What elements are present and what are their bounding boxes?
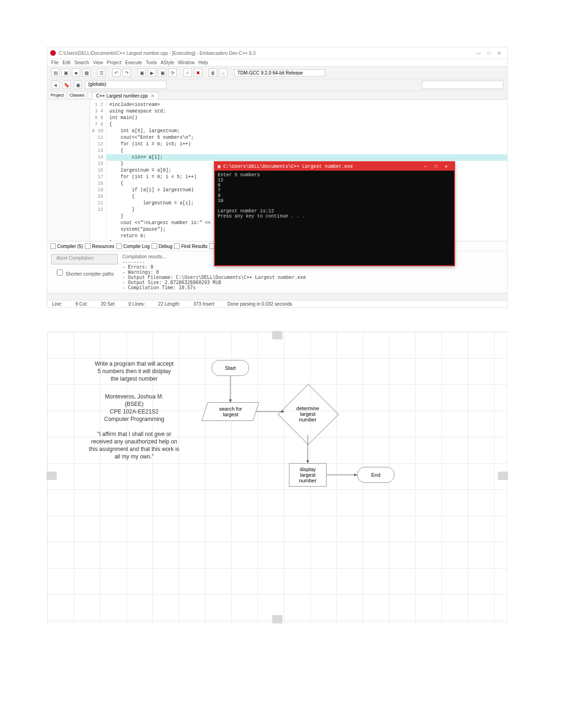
flowchart-canvas[interactable]: Write a program that will accept5 number… <box>47 331 508 623</box>
tb-print-icon[interactable]: ☰ <box>97 68 106 77</box>
tb-compile-icon[interactable]: ▣ <box>137 68 146 77</box>
console-window: ▣ C:\Users\DELL\Documents\C++ Largest nu… <box>214 161 455 266</box>
toolbar-secondary: ◄ 🔖 ▣ (globals) <box>47 79 507 91</box>
menu-project[interactable]: Project <box>107 60 122 65</box>
tb-trash-icon[interactable]: 🗑 <box>209 68 217 77</box>
btab-compiler[interactable]: Compiler (5) <box>50 243 83 249</box>
problem-description: Write a program that will accept5 number… <box>80 360 188 383</box>
tb-redo-icon[interactable]: ↷ <box>122 68 131 77</box>
menu-tools[interactable]: Tools <box>146 60 157 65</box>
console-app-icon: ▣ <box>218 164 221 169</box>
menu-astyle[interactable]: AStyle <box>160 60 174 65</box>
editor-tab-active[interactable]: C++ Largest number.cpp ✕ <box>92 92 159 99</box>
menu-view[interactable]: View <box>93 60 103 65</box>
minimize-icon[interactable]: — <box>473 51 484 56</box>
tb-save-icon[interactable]: ■ <box>72 68 80 77</box>
project-sidebar: Project Classes ◂ ▸ <box>47 91 90 241</box>
console-title: C:\Users\DELL\Documents\C++ Largest numb… <box>223 164 353 169</box>
tb-open-icon[interactable]: ▣ <box>61 68 70 77</box>
window-title: C:\Users\DELL\Documents\C++ Largest numb… <box>59 51 256 56</box>
ide-titlebar: C:\Users\DELL\Documents\C++ Largest numb… <box>47 47 507 59</box>
horizontal-scrollbar[interactable] <box>47 293 507 300</box>
menu-search[interactable]: Search <box>74 60 89 65</box>
close-icon[interactable]: ✕ <box>494 51 504 56</box>
node-decision[interactable]: determine largest number <box>287 393 329 435</box>
canvas-handle-left-icon[interactable] <box>46 472 57 480</box>
resources-icon <box>85 243 91 249</box>
abort-compilation-button[interactable]: Abort Compilation <box>51 254 118 264</box>
node-end[interactable]: End <box>357 467 395 483</box>
tb-saveall-icon[interactable]: ▦ <box>82 68 91 77</box>
canvas-handle-top-icon[interactable] <box>272 331 282 339</box>
tb-goto-icon[interactable]: ▣ <box>74 81 82 89</box>
status-bar: Line: 9 Col: 20 Sel: 0 Lines: 22 Length:… <box>47 300 507 308</box>
tb-back-icon[interactable]: ◄ <box>51 81 60 89</box>
compilelog-icon <box>116 243 122 249</box>
tb-debug-icon[interactable]: ✓ <box>183 68 192 77</box>
menu-file[interactable]: File <box>51 60 59 65</box>
node-display[interactable]: display largest number <box>289 463 327 487</box>
tb-rebuild-icon[interactable]: ⟳ <box>168 68 177 77</box>
affirmation-block: "I affirm that I shall not give orreceiv… <box>76 430 193 460</box>
tb-bookmark-icon[interactable]: 🔖 <box>62 81 71 89</box>
status-col: 9 Col: <box>76 301 88 307</box>
console-titlebar: ▣ C:\Users\DELL\Documents\C++ Largest nu… <box>215 162 454 171</box>
node-display-label: display largest number <box>299 466 316 483</box>
ide-window: C:\Users\DELL\Documents\C++ Largest numb… <box>47 47 508 308</box>
menu-execute[interactable]: Execute <box>125 60 142 65</box>
status-parse: Done parsing in 0.032 seconds <box>228 301 292 307</box>
find-icon <box>174 243 180 249</box>
tb-compile-run-icon[interactable]: ▣ <box>158 68 167 77</box>
status-length: 22 Length: <box>158 301 180 307</box>
toolbar: ▤ ▣ ■ ▦ ☰ ↶ ↷ ▣ ▶ ▣ ⟳ ✓ ✖ 🗑 ⌂ TDM-GCC 9.… <box>47 66 507 79</box>
node-input[interactable]: search for largest <box>202 402 259 421</box>
btab-resources[interactable]: Resources <box>85 243 114 249</box>
menubar: File Edit Search View Project Execute To… <box>47 59 507 66</box>
sidebar-tab-classes[interactable]: Classes <box>67 92 87 98</box>
node-decision-label: determine largest number <box>295 405 321 422</box>
tb-new-icon[interactable]: ▤ <box>51 68 60 77</box>
tb-home-icon[interactable]: ⌂ <box>219 68 228 77</box>
status-lines: 0 Lines: <box>129 301 145 307</box>
tab-close-icon[interactable]: ✕ <box>151 93 154 98</box>
member-select[interactable] <box>422 81 503 89</box>
app-icon <box>50 50 56 56</box>
btab-compilelog[interactable]: Compile Log <box>116 243 150 249</box>
status-insert: 373 Insert <box>193 301 214 307</box>
tb-stop-icon[interactable]: ✖ <box>194 68 202 77</box>
console-close-icon[interactable]: ✕ <box>441 164 451 169</box>
node-input-label: search for largest <box>219 406 242 417</box>
editor-tabs: C++ Largest number.cpp ✕ <box>90 91 507 100</box>
menu-edit[interactable]: Edit <box>62 60 70 65</box>
status-line: Line: <box>52 301 62 307</box>
sidebar-tab-project[interactable]: Project <box>48 92 66 98</box>
node-end-label: End <box>371 472 380 478</box>
compiler-select[interactable]: TDM-GCC 9.2.0 64-bit Release <box>234 69 325 76</box>
status-sel: 20 Sel: <box>101 301 115 307</box>
canvas-handle-right-icon[interactable] <box>498 472 508 480</box>
shorten-paths-checkbox[interactable]: Shorten compiler paths <box>51 267 118 278</box>
btab-find[interactable]: Find Results <box>174 243 207 249</box>
canvas-handle-bottom-icon[interactable] <box>272 615 282 623</box>
line-gutter: 1 2 3 4 5 6 7 8 9 10 11 12 13 14 15 16 1… <box>90 100 107 241</box>
console-maximize-icon[interactable]: □ <box>431 164 441 169</box>
console-output: Enter 5 numbers 12 6 7 9 10 Largest numb… <box>215 171 454 221</box>
maximize-icon[interactable]: □ <box>484 51 494 56</box>
debug-icon <box>152 243 157 249</box>
compiler-icon <box>50 243 56 249</box>
shorten-paths-input[interactable] <box>57 270 63 276</box>
scope-select[interactable]: (globals) <box>85 81 167 89</box>
console-minimize-icon[interactable]: — <box>420 164 431 169</box>
menu-help[interactable]: Help <box>198 60 208 65</box>
shorten-paths-label: Shorten compiler paths <box>66 271 114 277</box>
tb-undo-icon[interactable]: ↶ <box>112 68 121 77</box>
editor-tab-label: C++ Largest number.cpp <box>96 93 148 98</box>
node-start-label: Start <box>225 365 236 371</box>
btab-debug[interactable]: Debug <box>152 243 172 249</box>
node-start[interactable]: Start <box>212 360 249 376</box>
tb-run-icon[interactable]: ▶ <box>148 68 156 77</box>
menu-window[interactable]: Window <box>178 60 195 65</box>
author-block: Monteveros, Joshua M.(BSEE)CPE 102A-EE21… <box>80 393 188 423</box>
